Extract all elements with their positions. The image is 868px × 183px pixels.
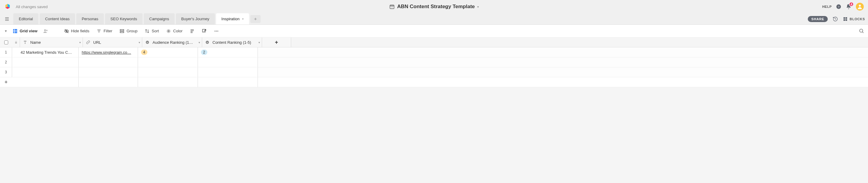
chevron-down-icon[interactable]: ▾	[258, 41, 260, 44]
column-header-row: Name ▾ URL ▾ Audience Ranking (1… ▾ Cont…	[0, 37, 868, 47]
url-type-icon	[86, 40, 90, 44]
group-button[interactable]: Group	[117, 28, 140, 35]
sort-button[interactable]: Sort	[142, 28, 161, 35]
row-number: 3	[0, 67, 12, 77]
share-button[interactable]: SHARE	[808, 16, 828, 22]
svg-line-43	[862, 32, 864, 33]
chevron-down-icon[interactable]: ▾	[79, 41, 81, 44]
color-label: Color	[173, 29, 183, 33]
text-type-icon	[23, 40, 27, 44]
add-row[interactable]: +	[0, 77, 868, 87]
column-header-url[interactable]: URL ▾	[83, 37, 142, 47]
column-header-content[interactable]: Content Ranking (1-5) ▾	[202, 37, 262, 47]
help-icon[interactable]: ?	[836, 4, 841, 9]
svg-point-39	[215, 31, 216, 31]
tab-label: Inspiration	[221, 16, 240, 21]
chevron-down-icon[interactable]: ▾	[198, 41, 200, 44]
select-all-checkbox[interactable]	[0, 37, 12, 47]
hide-fields-button[interactable]: Hide fields	[62, 28, 92, 35]
cell-url[interactable]	[79, 58, 138, 67]
blocks-button[interactable]: BLOCKS	[843, 16, 865, 22]
cell-name[interactable]	[12, 58, 79, 67]
blank-cell	[258, 58, 868, 67]
filter-icon	[97, 29, 101, 34]
menu-icon[interactable]	[4, 16, 10, 22]
filter-button[interactable]: Filter	[94, 28, 115, 35]
table-row[interactable]: 3	[0, 67, 868, 77]
filter-label: Filter	[103, 29, 112, 33]
tab-seo-keywords[interactable]: SEO Keywords	[105, 13, 143, 25]
svg-point-40	[216, 31, 217, 31]
row-number: 1	[0, 47, 12, 57]
blank-cell	[258, 67, 868, 77]
group-icon	[120, 29, 124, 34]
tab-label: Campaigns	[149, 16, 169, 21]
table-row[interactable]: 142 Marketing Trends You C…https://www.s…	[0, 47, 868, 58]
svg-rect-32	[120, 31, 124, 33]
views-menu-caret[interactable]: ▾	[4, 28, 8, 34]
tab-label: SEO Keywords	[111, 16, 137, 21]
svg-rect-31	[120, 29, 124, 31]
plus-icon: +	[0, 79, 12, 85]
tab-label: Buyer's Journey	[181, 16, 210, 21]
header-top: All changes saved 7 ABN Content Strategy…	[0, 0, 868, 13]
sort-label: Sort	[152, 29, 159, 33]
view-switcher[interactable]: Grid view	[10, 27, 39, 35]
grid-view-icon	[12, 28, 18, 34]
svg-rect-17	[846, 17, 847, 19]
color-button[interactable]: Color	[164, 28, 185, 35]
tab-content-ideas[interactable]: Content Ideas	[40, 13, 75, 25]
svg-point-42	[860, 29, 863, 32]
cell-audience[interactable]	[138, 58, 198, 67]
cell-url[interactable]: https://www.singlegrain.co…	[79, 47, 138, 57]
tab-campaigns[interactable]: Campaigns	[144, 13, 175, 25]
tabs-bar: EditorialContent IdeasPersonasSEO Keywor…	[0, 13, 868, 25]
user-avatar[interactable]	[856, 3, 864, 10]
group-label: Group	[126, 29, 137, 33]
tab-personas[interactable]: Personas	[76, 13, 104, 25]
add-table-button[interactable]	[250, 15, 260, 23]
more-button[interactable]	[212, 28, 221, 35]
cell-content[interactable]	[198, 58, 258, 67]
svg-rect-20	[13, 29, 17, 33]
column-header-audience[interactable]: Audience Ranking (1… ▾	[142, 37, 202, 47]
collaborators-icon[interactable]	[43, 28, 49, 34]
table-row[interactable]: 2	[0, 58, 868, 67]
base-title[interactable]: 7 ABN Content Strategy Template ▾	[389, 4, 479, 10]
column-name-label: Name	[30, 40, 41, 45]
tab-label: Content Ideas	[45, 16, 70, 21]
cell-audience[interactable]	[138, 67, 198, 77]
chevron-down-icon[interactable]: ▾	[138, 41, 140, 44]
cell-name[interactable]: 42 Marketing Trends You C…	[12, 47, 79, 57]
svg-point-24	[44, 29, 46, 31]
chevron-down-icon: ▾	[477, 5, 479, 8]
tab-inspiration[interactable]: Inspiration▾	[216, 13, 249, 25]
cell-audience[interactable]: 4	[138, 47, 198, 57]
blocks-icon	[843, 16, 848, 22]
cell-url[interactable]	[79, 67, 138, 77]
add-column-button[interactable]: +	[262, 37, 291, 47]
help-label[interactable]: HELP	[822, 5, 832, 8]
chevron-down-icon: ▾	[242, 17, 244, 21]
tab-buyer-s-journey[interactable]: Buyer's Journey	[176, 13, 215, 25]
svg-point-25	[46, 30, 48, 31]
notifications-button[interactable]: 4	[846, 4, 851, 10]
cell-name[interactable]	[12, 67, 79, 77]
app-logo[interactable]	[4, 3, 11, 10]
row-height-button[interactable]	[187, 28, 197, 35]
cell-content[interactable]	[198, 67, 258, 77]
sort-icon	[145, 29, 150, 34]
share-view-button[interactable]	[199, 28, 209, 35]
eye-off-icon	[64, 29, 69, 34]
lock-icon	[12, 37, 20, 47]
column-content-label: Content Ranking (1-5)	[213, 40, 251, 45]
color-icon	[166, 29, 171, 34]
blank-header	[291, 37, 868, 47]
search-button[interactable]	[859, 28, 864, 34]
tab-editorial[interactable]: Editorial	[13, 13, 38, 25]
column-header-name[interactable]: Name ▾	[20, 37, 83, 47]
column-url-label: URL	[93, 40, 101, 45]
view-toolbar: ▾ Grid view Hide fields Filter Group Sor…	[0, 25, 868, 37]
cell-content[interactable]: 2	[198, 47, 258, 57]
history-icon[interactable]	[833, 16, 838, 22]
